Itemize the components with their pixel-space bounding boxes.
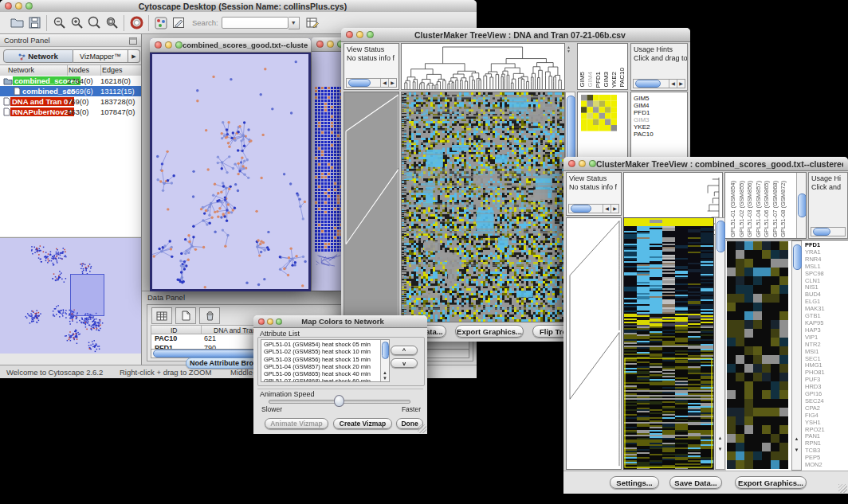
zoom-button[interactable] [175, 41, 183, 49]
scroll-thumb[interactable] [793, 244, 802, 270]
scroll-thumb[interactable] [571, 205, 591, 213]
scroll-right-arrow[interactable]: ▶ [610, 205, 618, 213]
tv2-column-label[interactable]: GPL51-08 (GSM872) [779, 181, 787, 237]
scroll-thumb[interactable] [716, 221, 725, 252]
tv2-column-label[interactable]: GPL51-07 (GSM868) [771, 181, 779, 237]
delete-attribute-icon[interactable] [199, 307, 220, 324]
save-icon[interactable] [26, 15, 43, 31]
tv2-column-label[interactable]: GPL51-02 (GSM855) [738, 181, 746, 237]
tv1-row-label[interactable]: GIM4 [634, 102, 687, 109]
tab-vizmapper[interactable]: VizMapper™ [73, 49, 128, 63]
scroll-thumb[interactable] [798, 193, 807, 217]
tv2-column-label[interactable]: GPL51-03 (GSM856) [746, 181, 754, 237]
tv2-secondary-heatmap[interactable] [727, 241, 788, 469]
tv1-row-dendrogram[interactable] [344, 92, 398, 322]
open-file-icon[interactable] [8, 15, 26, 31]
network-list-item[interactable]: combined_sco2569(6)13112(15) [0, 86, 141, 96]
scroll-right-arrow[interactable]: ▶ [388, 79, 396, 87]
col-header-edges[interactable]: Edges [102, 66, 123, 74]
tv1-column-label[interactable]: YKE2 [611, 72, 618, 88]
network-canvas[interactable] [152, 54, 308, 289]
tv2-mosaic-vscroll[interactable]: ▲ ▼ [791, 240, 802, 471]
close-button[interactable] [155, 41, 162, 49]
zoom-button[interactable] [589, 160, 596, 167]
zoom-fit-icon[interactable] [103, 15, 120, 31]
network-list-item[interactable]: RNAPuberNov2+563(0)107847(0) [0, 107, 141, 117]
scroll-thumb[interactable] [348, 79, 371, 87]
tv1-row-label[interactable]: GIM5 [634, 95, 687, 102]
tv1-column-label[interactable]: PAC10 [619, 68, 626, 88]
scroll-thumb[interactable] [382, 342, 389, 359]
slider-thumb[interactable] [334, 395, 344, 407]
tv2-heatmap[interactable] [624, 218, 713, 469]
attribute-list-item[interactable]: GPL51-03 (GSM856) heat shock 15 min [262, 356, 379, 363]
close-button[interactable] [5, 2, 12, 10]
tv1-column-label[interactable]: GIM4 [587, 72, 594, 88]
tv1-cluster-matrix[interactable] [581, 95, 617, 131]
attribute-list-item[interactable]: GPL51-06 (GSM865) heat shock 40 min [262, 370, 379, 377]
tv1-row-label[interactable]: PAC10 [634, 131, 687, 138]
tv2-export-graphics-button[interactable]: Export Graphics... [735, 476, 807, 489]
tv1-column-label[interactable]: GIM3 [603, 72, 610, 88]
tv1-row-label[interactable]: GIM3 [634, 116, 687, 123]
tv2-hints-hscroll[interactable] [811, 227, 846, 236]
tv1-spinner-arrows[interactable]: ▲▼ [567, 45, 571, 53]
close-button[interactable] [346, 31, 353, 38]
network-overview-canvas[interactable] [0, 238, 141, 354]
dense-network-canvas[interactable] [315, 87, 341, 270]
tv1-heatmap[interactable] [402, 92, 564, 322]
move-up-button[interactable]: ^ [391, 346, 418, 355]
treeview1-titlebar[interactable]: ClusterMaker TreeView : DNA and Tran 07-… [341, 28, 690, 42]
minimize-button[interactable] [356, 31, 363, 38]
new-attribute-icon[interactable] [175, 307, 196, 324]
network-view-titlebar[interactable]: combined_scores_good.txt--cluste... [150, 38, 311, 53]
attribute-list-item[interactable]: GPL51-04 (GSM857) heat shock 20 min [262, 363, 379, 370]
tab-overflow-arrow[interactable]: ▶ [128, 49, 140, 63]
move-down-button[interactable]: v [391, 358, 418, 368]
tv1-row-label[interactable]: PFD1 [634, 109, 687, 116]
tv2-save-data-button[interactable]: Save Data... [669, 476, 722, 489]
attribute-list-item[interactable]: GPL51-07 (GSM868) heat shock 60 min [262, 377, 379, 382]
dialog-titlebar[interactable]: Map Colors to Network [253, 315, 427, 328]
table-mode-icon[interactable] [151, 307, 172, 324]
col-header-network[interactable]: Network [8, 66, 34, 74]
scroll-up-arrow[interactable]: ▲ [716, 436, 724, 440]
scroll-right-arrow[interactable]: ▶ [677, 80, 685, 88]
tab-network[interactable]: Network [3, 49, 73, 63]
tv1-column-dendrogram[interactable] [402, 44, 564, 89]
tv1-hints-hscroll[interactable]: ◀▶ [633, 79, 685, 88]
tv2-row-dendrogram[interactable] [567, 218, 621, 469]
zoom-button[interactable] [367, 31, 374, 38]
tv2-settings-button[interactable]: Settings... [610, 476, 659, 489]
scroll-down-arrow[interactable]: ▼ [381, 376, 389, 381]
network-list-item[interactable]: DNA and Tran 07769(0)183728(0) [0, 96, 141, 107]
zoom-out-icon[interactable] [50, 15, 68, 31]
tv1-column-label[interactable]: GIM5 [579, 72, 586, 88]
scroll-left-arrow[interactable]: ◀ [603, 205, 610, 213]
tv2-column-label[interactable]: GPL51-04 (GSM857) [755, 181, 763, 237]
scroll-up-arrow[interactable]: ▲ [792, 436, 801, 441]
treeview2-titlebar[interactable]: ClusterMaker TreeView : combined_scores_… [563, 157, 848, 171]
help-lifering-icon[interactable] [128, 15, 145, 31]
scroll-up-arrow[interactable]: ▲ [381, 370, 389, 375]
scroll-left-arrow[interactable]: ◀ [380, 79, 388, 87]
close-button[interactable] [316, 41, 324, 48]
scroll-left-arrow[interactable]: ◀ [669, 80, 677, 88]
resize-grip[interactable] [838, 484, 847, 493]
create-vizmap-button[interactable]: Create Vizmap [333, 418, 392, 429]
tv2-labels-vscroll[interactable] [796, 173, 806, 238]
resize-grip[interactable] [418, 424, 426, 433]
data-col-id[interactable]: ID [171, 326, 178, 334]
tv1-export-graphics-button[interactable]: Export Graphics... [455, 325, 524, 338]
tv2-status-hscroll[interactable]: ◀▶ [568, 204, 619, 213]
gene-label[interactable]: MON2 [805, 462, 825, 469]
tv1-column-label[interactable]: PFD1 [595, 72, 602, 88]
close-button[interactable] [258, 318, 265, 325]
window-controls[interactable] [5, 2, 33, 10]
zoom-button[interactable] [26, 2, 33, 10]
col-header-nodes[interactable]: Nodes [69, 66, 89, 74]
scroll-down-arrow[interactable]: ▼ [792, 447, 801, 452]
minimize-button[interactable] [579, 160, 586, 167]
attribute-editor-icon[interactable] [304, 15, 322, 31]
animate-vizmap-button[interactable]: Animate Vizmap [265, 418, 328, 429]
